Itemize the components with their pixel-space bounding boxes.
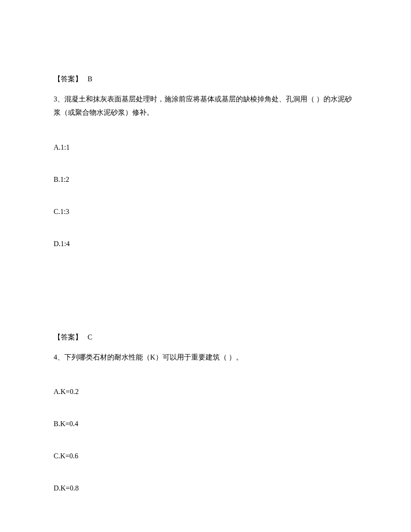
answer-block-q3: 【答案】 C [54,332,357,343]
question-3-options: A.1:1 B.1:2 C.1:3 D.1:4 [54,142,357,249]
option-a: A.1:1 [54,142,357,153]
option-b: B.K=0.4 [54,419,357,429]
option-d: D.1:4 [54,239,357,249]
option-c: C.1:3 [54,206,357,217]
question-4-body: 下列哪类石材的耐水性能（K）可以用于重要建筑（ ）。 [64,353,243,361]
question-3-number: 3、 [54,95,64,103]
option-d: D.K=0.8 [54,483,357,494]
question-4-options: A.K=0.2 B.K=0.4 C.K=0.6 D.K=0.8 [54,386,357,494]
question-4-text: 4、下列哪类石材的耐水性能（K）可以用于重要建筑（ ）。 [54,351,357,364]
question-3-body: 混凝土和抹灰表面基层处理时，施涂前应将基体或基层的缺棱掉角处、孔洞用（ ）的水泥… [54,95,352,116]
question-block-4: 4、下列哪类石材的耐水性能（K）可以用于重要建筑（ ）。 A.K=0.2 B.K… [54,351,357,494]
answer-label: 【答案】 [54,75,82,83]
option-a: A.K=0.2 [54,386,357,397]
question-3-text: 3、混凝土和抹灰表面基层处理时，施涂前应将基体或基层的缺棱掉角处、孔洞用（ ）的… [54,92,357,120]
question-4-number: 4、 [54,353,64,361]
question-block-3: 【答案】 B 3、混凝土和抹灰表面基层处理时，施涂前应将基体或基层的缺棱掉角处、… [54,74,357,343]
answer-value: B [88,75,92,83]
option-b: B.1:2 [54,174,357,185]
option-c: C.K=0.6 [54,451,357,461]
answer-block-q2: 【答案】 B [54,74,357,84]
answer-value: C [88,333,92,341]
answer-label: 【答案】 [54,333,82,341]
